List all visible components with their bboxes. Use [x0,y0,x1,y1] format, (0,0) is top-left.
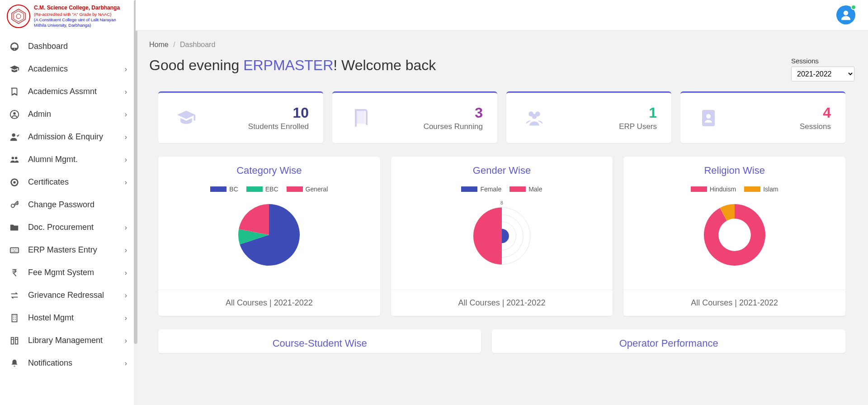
chart-title: Category Wise [158,157,380,181]
legend-swatch [691,186,707,192]
breadcrumb-home[interactable]: Home [149,41,169,48]
chevron-right-icon: › [125,110,127,119]
sidebar-item-label: Fee Mgmt System [28,268,94,277]
college-name-line: C.M. Science College, Darbhanga [34,5,120,12]
stat-card-courses-running: 3Courses Running [332,91,497,143]
group-icon [9,155,20,165]
main-content: Home / Dashboard Good evening ERPMASTER!… [136,31,868,405]
college-title: C.M. Science College, Darbhanga (Re-accr… [34,5,120,29]
badge-icon [9,177,20,187]
stat-label: Sessions [800,122,831,131]
greeting-text: Good evening ERPMASTER! Welcome back [149,57,436,74]
sidebar-item-doc-procurement[interactable]: Doc. Procurement› [0,216,135,239]
legend-item: General [287,186,328,193]
sidebar-item-label: Dashboard [28,42,68,51]
legend-swatch [744,186,760,192]
svg-point-4 [13,112,16,115]
chart-footer: All Courses | 2021-2022 [158,290,380,316]
graduation-icon [173,107,200,129]
greeting-username: ERPMASTER [243,57,333,73]
chart-legend: HinduismIslam [691,186,778,193]
legend-label: Islam [763,186,778,193]
stat-label: Students Enrolled [248,122,309,131]
stat-label: ERP Users [619,122,657,131]
stat-card-sessions: 4Sessions [680,91,845,143]
stat-card-students-enrolled: 10Students Enrolled [158,91,323,143]
sidebar-item-notifications[interactable]: Notifications› [0,352,135,375]
legend-swatch [287,186,303,192]
operator-performance-card: Operator Performance [492,329,845,353]
legend-label: EBC [265,186,278,193]
sidebar-item-label: Doc. Procurement [28,223,94,232]
charts-row: Category WiseBCEBCGeneralAll Courses | 2… [158,157,845,316]
bell-icon [9,358,20,368]
chevron-right-icon: › [125,156,127,164]
sidebar-item-admission-enquiry[interactable]: Admission & Enquiry› [0,126,135,148]
chart-body: FemaleMale8 [391,181,613,290]
chevron-right-icon: › [125,65,127,73]
stat-label: Courses Running [424,122,483,131]
sidebar-item-label: Admission & Enquiry [28,132,103,142]
chevron-right-icon: › [125,178,127,186]
sidebar-item-label: Library Management [28,336,103,345]
sidebar-item-academics-assmnt[interactable]: Academics Assmnt› [0,81,135,103]
sidebar-item-academics[interactable]: Academics› [0,58,135,81]
chart-title: Religion Wise [623,157,845,181]
svg-text:8: 8 [500,200,503,205]
legend-item: EBC [246,186,278,193]
college-university: Mithila University, Darbhanga) [34,23,120,28]
sidebar-item-dashboard[interactable]: Dashboard [0,35,135,58]
sidebar-item-label: Change Password [28,200,94,210]
sidebar-item-hostel-mgmt[interactable]: Hostel Mgmt› [0,307,135,329]
operator-performance-title: Operator Performance [492,329,845,353]
svg-point-7 [15,157,17,159]
sidebar-item-library-management[interactable]: Library Management› [0,329,135,352]
sidebar-item-certificates[interactable]: Certificates› [0,171,135,194]
svg-point-16 [532,114,537,119]
graduation-icon [9,64,20,74]
stat-value: 4 [800,105,831,121]
user-avatar[interactable] [836,5,855,24]
sidebar-item-erp-masters-entry[interactable]: ERP Masters Entry› [0,239,135,262]
chart-card-religion: Religion WiseHinduismIslamAll Courses | … [623,157,845,316]
chevron-right-icon: › [125,88,127,96]
breadcrumb-separator: / [173,41,175,48]
sidebar-item-admin[interactable]: Admin› [0,103,135,126]
status-dot-icon [851,5,856,10]
chevron-right-icon: › [125,224,127,232]
legend-item: Female [461,186,501,193]
building-icon [9,313,20,323]
group-icon [521,107,548,129]
chart-body: HinduismIslam [623,181,845,290]
chevron-right-icon: › [125,359,127,367]
legend-item: BC [210,186,238,193]
svg-rect-12 [12,314,17,322]
breadcrumb-current: Dashboard [180,41,215,48]
legend-item: Hinduism [691,186,736,193]
sidebar-item-alumni-mgmt-[interactable]: Alumni Mgmt.› [0,148,135,171]
legend-swatch [210,186,226,192]
chevron-right-icon: › [125,269,127,277]
chevron-right-icon: › [125,291,127,300]
svg-point-2 [16,14,21,19]
college-constituent: (A Constituent College uint of Lalit Nar… [34,17,120,23]
sidebar-item-grievance-redressal[interactable]: Grievance Redressal› [0,284,135,307]
chart-body: BCEBCGeneral [158,181,380,290]
sidebar-item-fee-mgmt-system[interactable]: Fee Mgmt System› [0,262,135,284]
legend-swatch [461,186,477,192]
chart-title: Gender Wise [391,157,613,181]
legend-item: Male [509,186,542,193]
svg-rect-11 [10,248,19,253]
greeting-prefix: Good evening [149,57,243,73]
sidebar-item-change-password[interactable]: Change Password [0,194,135,216]
topbar [136,0,868,31]
exchange-icon [9,291,20,300]
chevron-right-icon: › [125,337,127,345]
sidebar-item-label: Academics Assmnt [28,87,97,96]
svg-point-5 [12,133,15,136]
lower-row: Course-Student Wise Operator Performance [158,329,845,353]
college-logo: C.M. Science College, Darbhanga (Re-accr… [0,5,135,35]
sessions-select[interactable]: 2021-2022 [791,67,854,81]
book-icon [347,107,374,129]
stat-value: 3 [424,105,483,121]
